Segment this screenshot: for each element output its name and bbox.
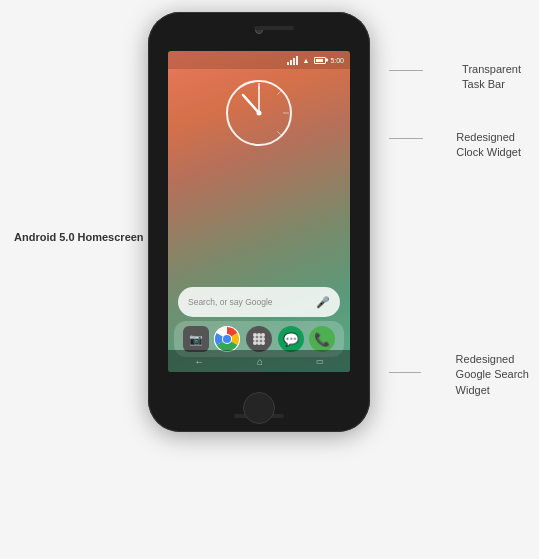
android-label: Android 5.0 Homescreen [14, 230, 144, 245]
svg-point-18 [257, 341, 261, 345]
battery-icon [314, 57, 326, 64]
nav-bar: ← ⌂ ▭ [168, 350, 350, 372]
taskbar-label: TransparentTask Bar [462, 63, 521, 90]
svg-point-14 [253, 337, 257, 341]
search-placeholder: Search, or say Google [188, 297, 316, 307]
scene: ▲ 5:00 [0, 0, 539, 559]
battery-fill [316, 59, 323, 62]
signal-bar-2 [290, 60, 292, 65]
hangouts-icon[interactable]: 💬 [278, 326, 304, 352]
svg-line-5 [243, 95, 259, 113]
svg-point-11 [253, 333, 257, 337]
svg-point-17 [253, 341, 257, 345]
signal-bar-4 [296, 56, 298, 65]
phone-screen: ▲ 5:00 [168, 51, 350, 372]
svg-point-13 [261, 333, 265, 337]
clock-widget [219, 73, 299, 153]
status-icons: ▲ 5:00 [287, 55, 344, 65]
camera-app-icon[interactable]: 📷 [183, 326, 209, 352]
svg-line-2 [277, 90, 281, 94]
home-nav-button[interactable]: ⌂ [257, 356, 263, 367]
recents-button[interactable]: ▭ [316, 357, 324, 366]
svg-point-16 [261, 337, 265, 341]
svg-point-19 [261, 341, 265, 345]
svg-point-12 [257, 333, 261, 337]
clock-label: RedesignedClock Widget [456, 131, 521, 158]
apps-grid-icon [251, 331, 267, 347]
status-bar: ▲ 5:00 [168, 51, 350, 69]
svg-line-4 [277, 131, 281, 135]
svg-point-15 [257, 337, 261, 341]
home-button[interactable] [243, 392, 275, 424]
phone-icon[interactable]: 📞 [309, 326, 335, 352]
chrome-app-icon[interactable] [214, 326, 240, 352]
clock-annotation: RedesignedClock Widget [456, 130, 521, 161]
signal-bar-3 [293, 58, 295, 65]
taskbar-line [389, 70, 423, 71]
search-widget[interactable]: Search, or say Google 🎤 [178, 287, 340, 317]
signal-icon [287, 55, 298, 65]
clock-svg [219, 73, 299, 153]
wifi-icon: ▲ [302, 57, 309, 64]
speaker-top [254, 26, 294, 30]
apps-icon[interactable] [246, 326, 272, 352]
status-time: 5:00 [330, 57, 344, 64]
signal-bar-1 [287, 62, 289, 65]
search-annotation: RedesignedGoogle SearchWidget [456, 352, 529, 398]
back-button[interactable]: ← [194, 356, 204, 367]
clock-line [389, 138, 423, 139]
svg-point-7 [257, 111, 262, 116]
microphone-icon[interactable]: 🎤 [316, 296, 330, 309]
search-line [389, 372, 421, 373]
svg-point-10 [223, 335, 231, 343]
taskbar-annotation: TransparentTask Bar [462, 62, 521, 93]
search-label: RedesignedGoogle SearchWidget [456, 353, 529, 396]
